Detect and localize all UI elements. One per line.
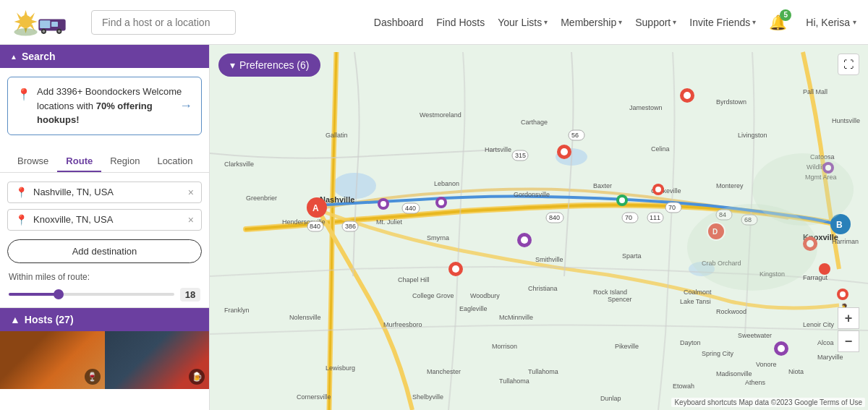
dest-clear-button[interactable]: ×	[188, 214, 194, 226]
map-attribution: Keyboard shortcuts Map data ©2023 Google…	[671, 398, 865, 407]
svg-marker-4	[31, 20, 38, 23]
svg-rect-11	[51, 22, 58, 27]
map-svg: Nashville Knoxville Clarksville Westmore…	[210, 45, 868, 410]
svg-point-119	[452, 265, 459, 273]
svg-text:Rockwood: Rockwood	[716, 308, 746, 315]
tab-location[interactable]: Location	[148, 151, 201, 172]
svg-point-94	[380, 201, 386, 207]
svg-text:Celina: Celina	[651, 145, 670, 153]
svg-text:Manchester: Manchester	[427, 368, 461, 375]
svg-text:Coalmont: Coalmont	[684, 289, 712, 296]
svg-text:Pikeville: Pikeville	[615, 343, 639, 350]
svg-point-15	[58, 30, 61, 33]
nav-support[interactable]: Support ▾	[635, 17, 676, 28]
svg-point-104	[655, 187, 661, 192]
svg-text:315: 315	[515, 152, 526, 159]
support-arrow: ▾	[673, 18, 676, 26]
membership-arrow: ▾	[618, 18, 622, 26]
nav-dashboard[interactable]: Dashboard	[374, 17, 424, 28]
host-thumb-1[interactable]: 🍷	[0, 331, 105, 389]
miles-value: 18	[180, 288, 200, 302]
map-background: Nashville Knoxville Clarksville Westmore…	[210, 45, 868, 410]
svg-text:Niota: Niota	[788, 368, 804, 375]
nav-find-hosts[interactable]: Find Hosts	[436, 17, 485, 28]
svg-text:Smithville: Smithville	[535, 256, 563, 263]
destination-input-wrap: 📍 ×	[7, 209, 202, 231]
hosts-thumbnails: 🍷 🍺	[0, 331, 209, 389]
hosts-section: ▲ Hosts (27) 🍷 🍺	[0, 307, 209, 411]
svg-text:840: 840	[549, 214, 560, 221]
search-section-header[interactable]: ▲ Search	[0, 45, 209, 68]
hosts-section-header[interactable]: ▲ Hosts (27)	[0, 308, 209, 331]
add-destination-button[interactable]: Add destination	[7, 239, 202, 263]
svg-point-16	[14, 27, 38, 35]
promo-arrow-icon: →	[179, 96, 192, 116]
svg-text:Monterey: Monterey	[716, 182, 744, 189]
svg-text:Jamestown: Jamestown	[629, 104, 663, 111]
svg-text:Gordonsville: Gordonsville	[514, 191, 550, 198]
svg-point-106	[684, 92, 691, 99]
tab-route[interactable]: Route	[57, 151, 101, 172]
host-thumb-2[interactable]: 🍺	[105, 331, 210, 389]
hosts-collapse-arrow: ▲	[10, 314, 20, 325]
svg-text:College Grove: College Grove	[412, 292, 454, 299]
svg-text:Cornersville: Cornersville	[297, 393, 331, 401]
svg-point-98	[521, 236, 528, 244]
svg-text:Alcoa: Alcoa	[817, 339, 834, 346]
svg-text:Tullahoma: Tullahoma	[528, 368, 558, 375]
svg-text:440: 440	[405, 205, 416, 212]
svg-text:A: A	[312, 203, 319, 213]
user-menu[interactable]: Hi, Kerisa ▾	[806, 17, 856, 28]
svg-text:Dunlap: Dunlap	[600, 395, 621, 402]
origin-input[interactable]	[33, 187, 182, 197]
svg-text:Woodbury: Woodbury	[470, 292, 500, 299]
svg-text:Chapel Hill: Chapel Hill	[398, 276, 430, 283]
nav-invite-friends[interactable]: Invite Friends ▾	[689, 17, 756, 28]
svg-text:Spring City: Spring City	[702, 350, 734, 357]
svg-text:Franklyn: Franklyn	[224, 307, 250, 314]
logo[interactable]	[12, 6, 77, 39]
mug-icon: 🍺	[189, 369, 205, 385]
fullscreen-button[interactable]: ⛶	[838, 54, 859, 75]
preferences-button[interactable]: ▾ Preferences (6)	[218, 54, 320, 77]
zoom-out-button[interactable]: −	[838, 330, 859, 352]
svg-text:56: 56	[571, 132, 579, 139]
main-nav: Dashboard Find Hosts Your Lists ▾ Member…	[374, 14, 856, 31]
svg-text:Sparta: Sparta	[622, 252, 642, 260]
miles-label: Within miles of route:	[9, 272, 200, 282]
svg-text:111: 111	[650, 214, 660, 221]
svg-point-96	[438, 200, 444, 205]
miles-slider-track[interactable]	[9, 293, 174, 296]
svg-text:70: 70	[625, 214, 632, 221]
slider-row: 18	[9, 288, 200, 302]
svg-point-14	[43, 30, 46, 33]
svg-text:Farragut: Farragut	[803, 274, 828, 281]
tab-browse[interactable]: Browse	[9, 151, 57, 172]
user-menu-arrow: ▾	[853, 18, 856, 26]
your-lists-arrow: ▾	[544, 18, 548, 26]
notification-button[interactable]: 🔔 5	[769, 14, 787, 31]
svg-point-113	[840, 291, 846, 297]
nav-membership[interactable]: Membership ▾	[561, 17, 622, 28]
nav-your-lists[interactable]: Your Lists ▾	[498, 17, 548, 28]
destination-input[interactable]	[33, 214, 182, 225]
svg-point-115	[778, 345, 785, 352]
svg-text:Lebanon: Lebanon	[434, 180, 459, 187]
svg-text:Sweetwater: Sweetwater	[738, 332, 772, 339]
tab-region[interactable]: Region	[101, 151, 148, 172]
search-input[interactable]	[91, 10, 236, 35]
svg-text:Greenbrier: Greenbrier	[246, 195, 277, 202]
promo-banner[interactable]: 📍 Add 3396+ Boondockers Welcome location…	[7, 77, 202, 135]
origin-clear-button[interactable]: ×	[188, 187, 194, 198]
zoom-in-button[interactable]: +	[838, 307, 859, 329]
svg-marker-1	[24, 10, 27, 17]
svg-text:Nolensville: Nolensville	[289, 314, 321, 321]
svg-text:386: 386	[345, 223, 356, 230]
svg-text:840: 840	[310, 223, 320, 230]
svg-text:Murfreesboro: Murfreesboro	[383, 321, 422, 328]
map-container[interactable]: Nashville Knoxville Clarksville Westmore…	[210, 45, 868, 410]
svg-marker-6	[30, 12, 35, 19]
svg-text:Pall Mall: Pall Mall	[803, 88, 827, 95]
slider-thumb[interactable]	[54, 289, 64, 299]
svg-marker-5	[17, 12, 22, 19]
